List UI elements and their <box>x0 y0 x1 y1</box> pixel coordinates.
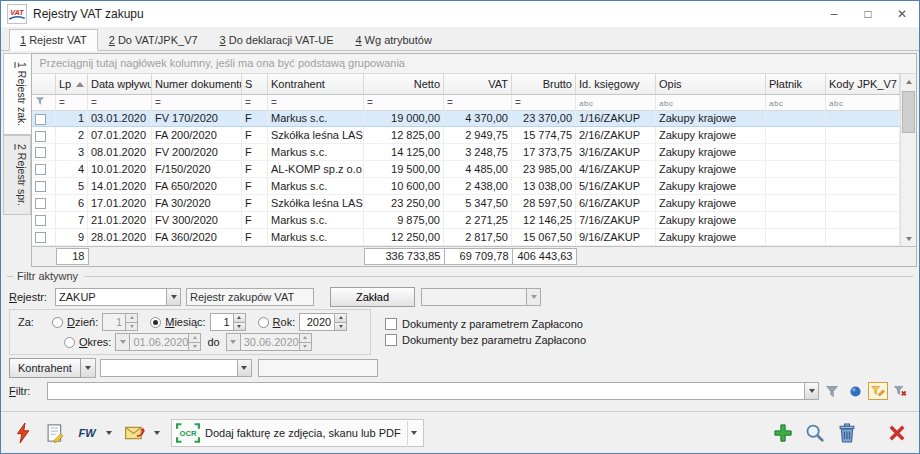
column-header-kontrahent[interactable]: Kontrahent <box>268 74 364 94</box>
rejestr-value[interactable]: ZAKUP <box>55 288 166 306</box>
kontrahent-code-combo[interactable] <box>100 359 252 377</box>
row-checkbox[interactable] <box>35 232 46 243</box>
kontrahent-button-label[interactable]: Kontrahent <box>9 358 81 378</box>
column-header-id-ksiegowy[interactable]: Id. księgowy <box>576 74 656 94</box>
fw-dropdown-button[interactable] <box>103 417 115 449</box>
close-button[interactable]: ✕ <box>885 1 919 27</box>
cell-select[interactable] <box>32 161 56 178</box>
okres-to-spinner-buttons[interactable] <box>299 333 312 351</box>
tab-do-deklaracji-vat-ue[interactable]: 3Do deklaracji VAT-UE <box>209 29 345 51</box>
radio-miesiac[interactable] <box>150 317 161 328</box>
column-header-vat[interactable]: VAT <box>444 74 512 94</box>
miesiac-spinner[interactable]: 1 <box>210 313 246 331</box>
table-row[interactable]: 2 07.01.2020 FA 200/2020 F Szkółka leśna… <box>32 127 900 144</box>
column-header-data-wplywu[interactable]: Data wpływu <box>88 74 152 94</box>
okres-to-date[interactable]: 30.06.2020 <box>226 333 312 351</box>
dzien-spinner[interactable]: 1 <box>102 313 138 331</box>
side-tab-rejestr-sprzedazy[interactable]: 2Rejestr spr. <box>3 135 31 215</box>
filter-cell-id-ksiegowy[interactable]: abc <box>576 94 656 110</box>
kontrahent-button-arrow[interactable] <box>81 358 96 378</box>
column-header-netto[interactable]: Netto <box>364 74 444 94</box>
filtr-combo[interactable] <box>47 382 819 400</box>
rok-spinner[interactable]: 2020 <box>299 313 347 331</box>
miesiac-spinner-buttons[interactable] <box>233 313 246 331</box>
checkbox-bez-zaplacono[interactable]: Dokumenty bez parametru Zapłacono <box>385 334 586 346</box>
checkbox-zaplacono[interactable]: Dokumenty z parametrem Zapłacono <box>385 318 586 330</box>
column-header-opis[interactable]: Opis <box>656 74 766 94</box>
table-row[interactable]: 7 21.01.2020 FV 300/2020 F Markus s.c. 9… <box>32 212 900 229</box>
kontrahent-split-button[interactable]: Kontrahent <box>9 358 96 378</box>
filter-cell-kody[interactable]: abc <box>826 94 900 110</box>
send-button[interactable] <box>119 417 151 449</box>
rok-spinner-buttons[interactable] <box>334 313 347 331</box>
rejestr-combo-arrow[interactable] <box>166 288 181 306</box>
radio-okres[interactable] <box>64 337 75 348</box>
filter-cell-lp[interactable]: = <box>56 94 88 110</box>
send-dropdown-button[interactable] <box>151 417 163 449</box>
radio-rok[interactable] <box>258 317 269 328</box>
vertical-scrollbar[interactable] <box>900 74 916 246</box>
kontrahent-code-value[interactable] <box>100 359 237 377</box>
filter-clear-button[interactable] <box>891 382 911 400</box>
column-header-s[interactable]: S <box>242 74 268 94</box>
filter-cell-brutto[interactable]: = <box>512 94 576 110</box>
okres-from-date[interactable]: 01.06.2020 <box>115 333 201 351</box>
maximize-button[interactable]: □ <box>851 1 885 27</box>
tab-rejestr-vat[interactable]: 1Rejestr VAT <box>9 29 98 51</box>
checkbox-bez-zaplacono-box[interactable] <box>385 334 397 346</box>
scroll-down-button[interactable] <box>901 231 916 246</box>
table-row[interactable]: 5 14.01.2020 FA 650/2020 F Markus s.c. 1… <box>32 178 900 195</box>
cell-select[interactable] <box>32 110 56 127</box>
fw-document-button[interactable]: FW <box>71 417 103 449</box>
scroll-up-button[interactable] <box>901 74 916 89</box>
cell-select[interactable] <box>32 212 56 229</box>
zaklad-combo-arrow[interactable] <box>526 288 541 306</box>
filter-cell-s[interactable]: = <box>242 94 268 110</box>
operations-button[interactable] <box>7 417 39 449</box>
column-header-numer-dokumentu[interactable]: Numer dokumentu <box>152 74 242 94</box>
filter-sphere-button[interactable] <box>845 382 865 400</box>
column-header-select[interactable] <box>32 74 56 94</box>
row-checkbox[interactable] <box>35 131 46 142</box>
filter-funnel-button[interactable] <box>822 382 842 400</box>
tab-do-vat-jpk-v7[interactable]: 2Do VAT/JPK_V7 <box>98 29 209 51</box>
checkbox-zaplacono-box[interactable] <box>385 318 397 330</box>
row-checkbox[interactable] <box>35 114 46 125</box>
notes-button[interactable] <box>39 417 71 449</box>
ocr-add-invoice-button[interactable]: OCR Dodaj fakturę ze zdjęcia, skanu lub … <box>171 419 424 447</box>
column-header-lp[interactable]: Lp <box>56 74 88 94</box>
dzien-spinner-buttons[interactable] <box>125 313 138 331</box>
row-checkbox[interactable] <box>35 147 46 158</box>
scrollbar-track[interactable] <box>901 89 916 231</box>
cell-select[interactable] <box>32 195 56 212</box>
ocr-dropdown-arrow[interactable] <box>407 421 421 445</box>
zaklad-button[interactable]: Zakład <box>330 287 415 307</box>
row-checkbox[interactable] <box>35 181 46 192</box>
table-row[interactable]: 9 28.01.2020 FA 360/2020 F Markus s.c. 1… <box>32 229 900 246</box>
filtr-value[interactable] <box>47 382 804 400</box>
filter-cell-platnik[interactable]: abc <box>766 94 826 110</box>
cell-select[interactable] <box>32 178 56 195</box>
table-row[interactable]: 4 10.01.2020 F/150/2020 F AL-KOMP sp.z o… <box>32 161 900 178</box>
cell-select[interactable] <box>32 229 56 246</box>
filter-cell-kontrahent[interactable]: = <box>268 94 364 110</box>
okres-from-spinner-buttons[interactable] <box>188 333 201 351</box>
rejestr-combo[interactable]: ZAKUP <box>55 288 181 306</box>
table-row[interactable]: 1 03.01.2020 FV 170/2020 F Markus s.c. 1… <box>32 110 900 127</box>
filter-cell-numer[interactable]: = <box>152 94 242 110</box>
add-button[interactable] <box>767 417 799 449</box>
zaklad-combo[interactable] <box>421 288 541 306</box>
minimize-button[interactable]: – <box>817 1 851 27</box>
scroll-thumb[interactable] <box>902 91 915 133</box>
filter-cell-opis[interactable]: abc <box>656 94 766 110</box>
okres-from-calendar-arrow[interactable] <box>115 333 130 351</box>
kontrahent-code-arrow[interactable] <box>237 359 252 377</box>
view-edit-button[interactable] <box>799 417 831 449</box>
cell-select[interactable] <box>32 144 56 161</box>
close-window-button[interactable] <box>881 417 913 449</box>
column-header-platnik[interactable]: Płatnik <box>766 74 826 94</box>
filter-cell-vat[interactable]: = <box>444 94 512 110</box>
filter-cell-select[interactable] <box>32 94 56 110</box>
filtr-combo-arrow[interactable] <box>804 382 819 400</box>
radio-dzien[interactable] <box>52 317 63 328</box>
